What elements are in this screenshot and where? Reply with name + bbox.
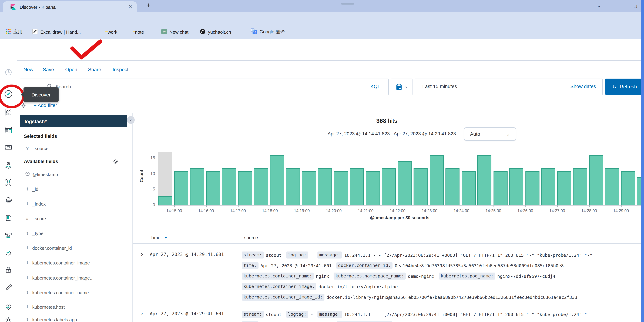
histogram-bar[interactable] bbox=[589, 155, 603, 205]
field-item[interactable]: kubernetes.host bbox=[32, 304, 65, 310]
row-timestamp: Apr 27, 2023 @ 14:29:41.601 bbox=[150, 311, 224, 316]
histogram-bar[interactable] bbox=[382, 168, 396, 205]
bookmark-item[interactable]: work bbox=[105, 28, 117, 36]
kibana-discover-window: Discover - Kibana ✕ + ⌄ – ▢ ← → ↻ ⌂ ⚠ 不安… bbox=[0, 0, 644, 322]
x-axis-tick bbox=[462, 205, 462, 207]
histogram-bar[interactable] bbox=[238, 171, 252, 205]
menu-save-link[interactable]: Save bbox=[43, 67, 54, 72]
histogram-bar[interactable] bbox=[334, 171, 348, 205]
histogram-bar[interactable] bbox=[573, 168, 587, 205]
histogram-bar[interactable] bbox=[286, 168, 300, 205]
nav-maps-icon[interactable] bbox=[0, 159, 17, 171]
browser-tab-active[interactable]: Discover - Kibana ✕ bbox=[3, 2, 137, 12]
bookmark-item[interactable]: 译GGoogle 翻译 bbox=[251, 28, 285, 36]
x-axis-tick bbox=[302, 205, 302, 207]
histogram-bar[interactable] bbox=[637, 177, 641, 205]
field-value: demo-nginx bbox=[408, 274, 434, 279]
histogram-bar[interactable] bbox=[222, 168, 236, 205]
menu-share-link[interactable]: Share bbox=[88, 67, 101, 72]
field-item[interactable]: _score bbox=[32, 216, 46, 221]
histogram-bar[interactable] bbox=[541, 168, 555, 205]
field-type-string-icon: t bbox=[24, 317, 30, 322]
histogram-bar[interactable] bbox=[158, 196, 172, 205]
nav-logs-icon[interactable] bbox=[0, 212, 17, 224]
sidebar-collapse-icon[interactable]: ‹ bbox=[127, 116, 135, 124]
field-item[interactable]: _id bbox=[32, 186, 38, 192]
histogram-bar[interactable] bbox=[509, 168, 523, 205]
source-line: stream:stdoutlogtag:Fmessage:10.244.1.1 … bbox=[242, 251, 597, 259]
window-minimize-icon[interactable]: – bbox=[617, 3, 620, 8]
nav-stack-monitoring-icon[interactable] bbox=[0, 301, 17, 313]
tab-close-icon[interactable]: ✕ bbox=[128, 4, 132, 9]
field-item[interactable]: docker.container_id bbox=[32, 246, 72, 251]
histogram-bar[interactable] bbox=[398, 161, 412, 205]
time-column-header[interactable]: Time bbox=[150, 235, 160, 240]
nav-security-icon[interactable] bbox=[0, 264, 17, 276]
histogram-bar[interactable] bbox=[174, 171, 188, 205]
nav-uptime-icon[interactable] bbox=[0, 246, 17, 258]
search-input[interactable] bbox=[20, 78, 389, 96]
histogram-bar[interactable] bbox=[494, 171, 508, 205]
histogram-bar[interactable] bbox=[430, 155, 444, 205]
histogram-bar[interactable] bbox=[446, 168, 460, 205]
histogram-bar[interactable] bbox=[414, 168, 428, 205]
field-item[interactable]: kubernetes.container_name bbox=[32, 290, 89, 295]
query-language-button[interactable]: KQL bbox=[370, 84, 380, 89]
date-picker-button[interactable]: ⌄ bbox=[391, 78, 412, 96]
field-item[interactable]: _index bbox=[32, 201, 46, 206]
histogram-bar[interactable] bbox=[462, 171, 476, 205]
index-pattern-selector[interactable]: logstash* bbox=[20, 116, 127, 127]
histogram-bar[interactable] bbox=[318, 168, 332, 205]
histogram-bar[interactable] bbox=[350, 168, 364, 205]
window-maximize-icon[interactable]: ▢ bbox=[634, 4, 637, 8]
bookmark-item[interactable]: Excalidraw | Hand... bbox=[32, 28, 81, 36]
expand-row-icon[interactable]: › bbox=[141, 251, 143, 258]
x-axis-tick-label: 14:29:00 bbox=[605, 209, 637, 213]
bookmark-item[interactable]: 应用 bbox=[6, 28, 22, 36]
expand-row-icon[interactable]: › bbox=[141, 310, 143, 317]
tab-search-icon[interactable]: ⌄ bbox=[597, 3, 601, 8]
chevron-down-icon: ⌄ bbox=[506, 131, 510, 137]
bookmark-item[interactable]: note bbox=[132, 28, 144, 36]
field-item[interactable]: kubernetes.container_image bbox=[32, 260, 90, 266]
histogram-bar[interactable] bbox=[478, 155, 492, 205]
refresh-button[interactable]: ↻ Refresh bbox=[605, 78, 644, 95]
bookmark-item[interactable]: ✳New chat bbox=[161, 28, 188, 36]
nav-canvas-icon[interactable] bbox=[0, 141, 17, 153]
sort-desc-icon[interactable]: ▼ bbox=[164, 236, 168, 240]
nav-dev-tools-icon[interactable] bbox=[0, 282, 17, 294]
nav-recently-viewed-icon[interactable] bbox=[0, 66, 17, 78]
histogram-bar[interactable] bbox=[302, 171, 316, 205]
nav-infrastructure-icon[interactable] bbox=[0, 194, 17, 206]
bookmark-item[interactable]: yuchaoit.cn bbox=[200, 28, 231, 36]
histogram-bar[interactable] bbox=[366, 171, 380, 205]
field-item[interactable]: @timestamp bbox=[32, 172, 58, 177]
histogram-bar[interactable] bbox=[621, 171, 635, 205]
fields-settings-gear-icon[interactable] bbox=[113, 159, 118, 166]
svg-text:✳: ✳ bbox=[162, 29, 166, 34]
histogram-bar[interactable] bbox=[254, 168, 268, 205]
histogram-bar[interactable] bbox=[526, 171, 540, 205]
menu-open-link[interactable]: Open bbox=[65, 67, 77, 72]
field-item[interactable]: kubernetes.container_image... bbox=[32, 275, 94, 280]
histogram-bar[interactable] bbox=[206, 171, 220, 205]
histogram-bar[interactable] bbox=[605, 168, 619, 205]
nav-management-icon[interactable] bbox=[0, 314, 17, 322]
field-item[interactable]: kubernetes.labels.app bbox=[32, 317, 77, 322]
histogram-bar[interactable] bbox=[270, 155, 284, 205]
available-fields-header: Available fields bbox=[24, 159, 58, 164]
new-tab-icon[interactable]: + bbox=[146, 2, 150, 9]
show-dates-button[interactable]: Show dates bbox=[570, 84, 596, 89]
nav-machine-learning-icon[interactable] bbox=[0, 176, 17, 188]
field-item[interactable]: _source bbox=[32, 146, 48, 151]
field-item[interactable]: _type bbox=[32, 231, 44, 236]
histogram-bar[interactable] bbox=[557, 171, 572, 205]
menu-inspect-link[interactable]: Inspect bbox=[112, 67, 128, 72]
nav-dashboard-icon[interactable] bbox=[0, 124, 17, 136]
interval-select[interactable]: Auto ⌄ bbox=[464, 127, 516, 141]
nav-apm-icon[interactable] bbox=[0, 229, 17, 241]
menu-new-link[interactable]: New bbox=[24, 67, 33, 72]
histogram-bar[interactable] bbox=[190, 168, 204, 205]
time-range-value[interactable]: Last 15 minutes bbox=[422, 84, 457, 89]
add-filter-button[interactable]: + Add filter bbox=[34, 102, 57, 108]
